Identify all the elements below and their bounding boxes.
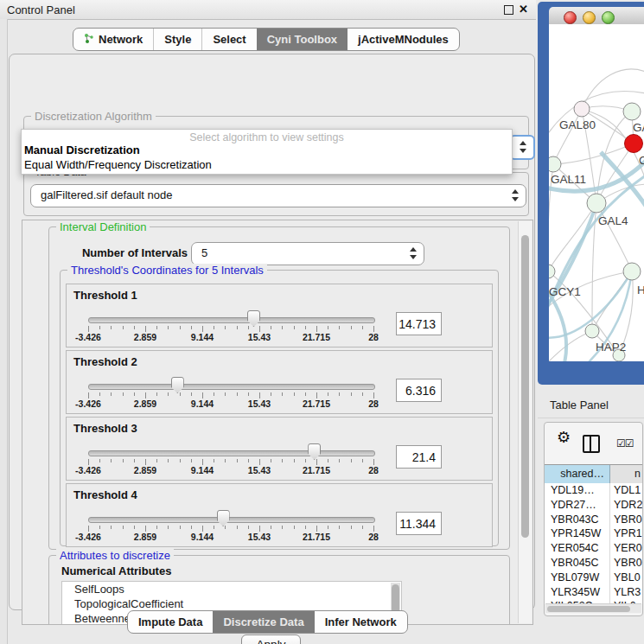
- threshold-slider-handle[interactable]: [171, 377, 184, 393]
- tab-network[interactable]: Network: [73, 29, 153, 50]
- tab-cyni-toolbox[interactable]: Cyni Toolbox: [257, 29, 348, 50]
- scrollbar-thumb[interactable]: [547, 606, 630, 612]
- node-h[interactable]: [623, 263, 641, 280]
- tick-label: 9.144: [191, 532, 214, 542]
- dropdown-option-manual-discretization[interactable]: Manual Discretization: [24, 143, 140, 156]
- table-row[interactable]: YER054CYER0: [545, 541, 642, 556]
- close-icon[interactable]: ✕: [519, 3, 528, 16]
- threshold-slider-handle[interactable]: [247, 310, 260, 327]
- scrollbar-thumb[interactable]: [521, 235, 529, 538]
- cell-name[interactable]: YBR0: [610, 556, 642, 571]
- bottom-tab-discretize-data[interactable]: Discretize Data: [213, 611, 314, 633]
- attribute-item[interactable]: SelfLoops: [62, 582, 401, 596]
- node-gal11[interactable]: [549, 156, 561, 172]
- threshold-slider-handle[interactable]: [217, 510, 230, 526]
- cell-name[interactable]: YBL0: [610, 571, 642, 585]
- node-gal4[interactable]: [587, 194, 606, 213]
- node-ga[interactable]: [623, 103, 641, 120]
- table-row[interactable]: YDL19…YDL1: [545, 483, 642, 498]
- tab-select[interactable]: Select: [201, 29, 256, 50]
- cell-shared-name[interactable]: YER054C: [545, 541, 610, 556]
- tab-style[interactable]: Style: [153, 29, 201, 50]
- threshold-value-field[interactable]: 21.4: [396, 445, 442, 469]
- threshold-value-field[interactable]: 11.344: [396, 512, 442, 535]
- table-data-combobox[interactable]: galFiltered.sif default node: [30, 184, 526, 207]
- zoom-traffic-light[interactable]: [602, 11, 615, 24]
- dropdown-option-equal-width[interactable]: Equal Width/Frequency Discretization: [24, 158, 212, 171]
- number-of-intervals-combobox[interactable]: 5: [191, 242, 424, 265]
- number-of-intervals-value: 5: [201, 246, 207, 259]
- table-horizontal-scrollbar[interactable]: [545, 603, 641, 613]
- minimize-traffic-light[interactable]: [583, 11, 596, 24]
- node-label: GAL4: [598, 214, 628, 227]
- cell-shared-name[interactable]: YBR043C: [545, 513, 610, 527]
- node-hap2[interactable]: [585, 324, 599, 338]
- cell-shared-name[interactable]: YLR345W: [545, 585, 610, 600]
- attribute-item[interactable]: TopologicalCoefficient: [62, 596, 401, 611]
- cell-name[interactable]: YBR0: [610, 513, 642, 527]
- node-label: HAP2: [596, 341, 626, 354]
- thresholds-group-title: Threshold's Coordinates for 5 Intervals: [67, 264, 267, 277]
- close-traffic-light[interactable]: [564, 11, 577, 24]
- threshold-row: Threshold 3 -3.4262.8599.14415.4321.7152…: [66, 417, 493, 481]
- cell-shared-name[interactable]: YDL19…: [545, 483, 610, 498]
- node-gal80[interactable]: [574, 101, 590, 117]
- tab-label: Infer Network: [325, 615, 397, 628]
- threshold-slider-track[interactable]: [88, 517, 375, 523]
- cell-name[interactable]: YLR3: [610, 585, 642, 600]
- table-row[interactable]: YPR145WYPR1: [545, 526, 642, 541]
- table-row[interactable]: YDR27…YDR2: [545, 498, 642, 513]
- tab-label: Discretize Data: [223, 615, 303, 628]
- gear-icon[interactable]: ⚙: [557, 428, 571, 447]
- float-window-icon[interactable]: [504, 5, 513, 15]
- algorithm-combobox[interactable]: [509, 135, 535, 160]
- panel-edge-strip: [0, 19, 8, 644]
- cyni-toolbox-panel: Discretization Algorithm Select algorith…: [9, 54, 535, 610]
- table-row[interactable]: YBL079WYBL0: [545, 571, 642, 585]
- cell-shared-name[interactable]: YDR27…: [545, 498, 610, 513]
- algorithm-dropdown-popup: Select algorithm to view settings Manual…: [21, 129, 513, 175]
- tick-label: 15.43: [248, 465, 271, 475]
- select-columns-icon[interactable]: ☑☑: [616, 437, 634, 450]
- slider-ticks: [88, 326, 374, 332]
- tab-jactivemnodules[interactable]: jActiveMNodules: [348, 29, 459, 50]
- bottom-tab-infer-network[interactable]: Infer Network: [315, 611, 407, 633]
- settings-vertical-scrollbar[interactable]: [518, 221, 532, 623]
- table-row[interactable]: YLR345WYLR3: [545, 585, 642, 600]
- table-row[interactable]: YBR045CYBR0: [545, 556, 642, 571]
- discretization-algorithm-group-title: Discretization Algorithm: [31, 110, 156, 123]
- cell-name[interactable]: YPR1: [610, 526, 642, 541]
- network-icon: [84, 33, 94, 47]
- slider-tick-labels: -3.4262.8599.14415.4321.71528: [88, 465, 374, 475]
- cell-shared-name[interactable]: YPR145W: [545, 526, 610, 541]
- slider-tick-labels: -3.4262.8599.14415.4321.71528: [88, 332, 374, 342]
- threshold-row: Threshold 2 -3.4262.8599.14415.4321.7152…: [66, 350, 493, 414]
- node-red-selected[interactable]: [625, 135, 643, 153]
- cell-shared-name[interactable]: YBL079W: [545, 571, 610, 585]
- network-canvas[interactable]: GAL80 GA C GAL11 GAL4 GCY1 H HAP2: [549, 24, 644, 361]
- tick-label: 15.43: [248, 532, 271, 542]
- cell-name[interactable]: YDR2: [610, 498, 642, 513]
- threshold-slider-track[interactable]: [88, 384, 375, 390]
- cell-name[interactable]: YER0: [610, 541, 642, 556]
- cell-shared-name[interactable]: YBR045C: [545, 556, 610, 571]
- tick-label: 15.43: [248, 399, 271, 409]
- tick-label: 15.43: [248, 332, 271, 342]
- threshold-slider-handle[interactable]: [308, 443, 321, 460]
- slider-tick-labels: -3.4262.8599.14415.4321.71528: [88, 399, 374, 409]
- tick-label: 2.859: [134, 532, 156, 542]
- slider-ticks: [88, 459, 374, 465]
- apply-button[interactable]: Apply: [241, 634, 301, 644]
- column-header-name[interactable]: n: [610, 465, 642, 483]
- table-row[interactable]: YBR043CYBR0: [545, 513, 642, 527]
- bottom-tab-impute-data[interactable]: Impute Data: [128, 611, 213, 633]
- column-layout-icon[interactable]: [583, 435, 600, 453]
- threshold-row: Threshold 4 -3.4262.8599.14415.4321.7152…: [66, 483, 493, 547]
- threshold-slider-track[interactable]: [88, 450, 375, 456]
- threshold-value-field[interactable]: 6.316: [396, 379, 442, 402]
- column-header-shared-name[interactable]: shared…: [545, 465, 610, 483]
- cell-name[interactable]: YDL1: [610, 483, 642, 498]
- threshold-slider-track[interactable]: [88, 317, 375, 323]
- network-window-titlebar[interactable]: [549, 7, 644, 25]
- threshold-value-field[interactable]: 14.713: [396, 312, 442, 335]
